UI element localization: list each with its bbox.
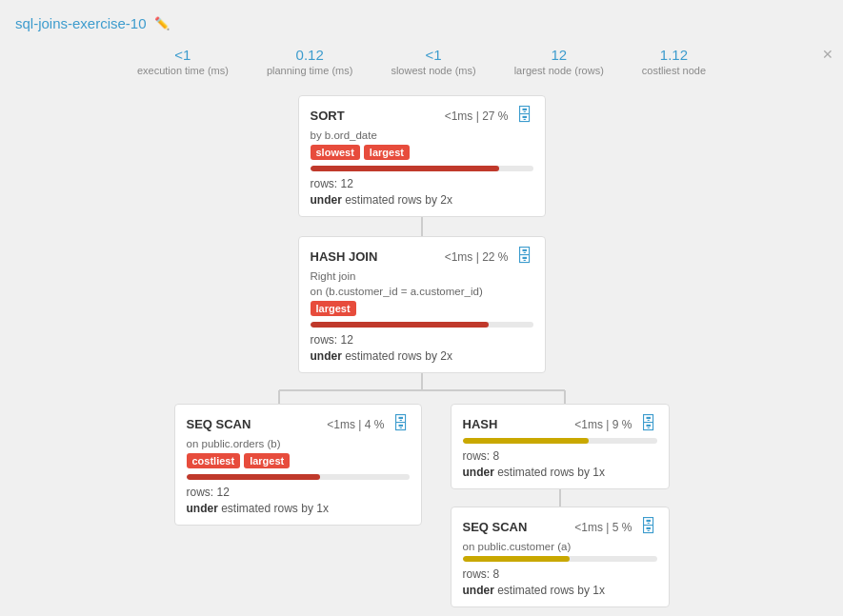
hashjoin-db-icon: 🗄 [516, 247, 533, 267]
hashjoin-subtitle1: Right join [311, 270, 533, 282]
seqscan-node: SEQ SCAN <1ms | 4 % 🗄 on public.orders (… [174, 404, 422, 526]
hashjoin-node: HASH JOIN <1ms | 22 % 🗄 Right join on (b… [298, 236, 546, 373]
stat-label-costliest: costliest node [642, 65, 706, 76]
right-sub-nodes: HASH <1ms | 9 % 🗄 rows: 8 under estimate… [451, 404, 670, 607]
seqscan2-subtitle: on public.customer (a) [463, 541, 657, 552]
seqscan-badge-row: costliest largest [187, 453, 410, 468]
seqscan2-progress-container [463, 556, 657, 562]
bottom-row: SEQ SCAN <1ms | 4 % 🗄 on public.orders (… [174, 404, 670, 607]
seqscan2-timing: <1ms | 5 % [574, 521, 632, 534]
seqscan-progress-fill [187, 474, 320, 480]
stat-label-planning: planning time (ms) [267, 65, 352, 76]
hash-progress-fill [463, 438, 590, 444]
stat-value-execution: <1 [174, 47, 191, 63]
seqscan-rows: rows: 12 [187, 486, 410, 499]
seqscan2-rows: rows: 8 [463, 567, 657, 581]
sort-underest: under estimated rows by 2x [311, 193, 533, 207]
seqscan-underest: under estimated rows by 1x [187, 502, 410, 515]
main-container: sql-joins-exercise-10 ✏️ <1 execution ti… [0, 0, 843, 616]
hashjoin-rows: rows: 12 [311, 333, 533, 347]
seqscan2-progress-fill [463, 556, 570, 562]
seqscan2-node: SEQ SCAN <1ms | 5 % 🗄 on public.customer… [451, 507, 670, 607]
connector-sort-hashjoin [421, 217, 423, 236]
stat-value-slowest: <1 [425, 47, 441, 63]
close-button[interactable]: ✕ [822, 47, 833, 62]
seqscan-progress-container [187, 474, 410, 480]
stat-planning-time: 0.12 planning time (ms) [267, 47, 352, 76]
sort-rows: rows: 12 [311, 177, 533, 190]
sort-progress-fill [311, 166, 500, 171]
stat-value-planning: 0.12 [296, 47, 324, 63]
seqscan2-db-icon: 🗄 [640, 517, 657, 537]
hash-db-icon: 🗄 [640, 414, 657, 434]
stat-slowest-node: <1 slowest node (ms) [391, 47, 475, 76]
hashjoin-header: HASH JOIN <1ms | 22 % 🗄 [311, 247, 533, 267]
sort-progress-container [311, 166, 533, 171]
hash-progress-container [463, 438, 657, 444]
plan-area: SORT <1ms | 27 % 🗄 by b.ord_date slowest… [0, 86, 843, 616]
seqscan-header: SEQ SCAN <1ms | 4 % 🗄 [187, 414, 410, 434]
stat-label-largest: largest node (rows) [514, 65, 604, 76]
sort-db-icon: 🗄 [516, 106, 533, 126]
sort-title: SORT [311, 109, 345, 123]
seqscan-timing: <1ms | 4 % [327, 418, 384, 431]
edit-icon[interactable]: ✏️ [154, 16, 170, 30]
hash-title: HASH [463, 417, 498, 431]
stat-value-largest: 12 [551, 47, 567, 63]
header: sql-joins-exercise-10 ✏️ [0, 10, 843, 41]
hash-rows: rows: 8 [463, 449, 657, 463]
sort-node-header: SORT <1ms | 27 % 🗄 [311, 106, 533, 126]
hashjoin-badge-row: largest [311, 301, 533, 316]
hash-underest: under estimated rows by 1x [463, 466, 657, 479]
hashjoin-progress-container [311, 322, 533, 328]
stat-execution-time: <1 execution time (ms) [137, 47, 229, 76]
page-title: sql-joins-exercise-10 [15, 15, 147, 31]
split-connector [155, 373, 689, 404]
seqscan-db-icon: 🗄 [392, 414, 410, 434]
seqscan2-header: SEQ SCAN <1ms | 5 % 🗄 [463, 517, 657, 537]
sort-node: SORT <1ms | 27 % 🗄 by b.ord_date slowest… [298, 95, 546, 217]
stat-label-slowest: slowest node (ms) [391, 65, 475, 76]
seqscan-title: SEQ SCAN [187, 417, 251, 431]
hash-timing: <1ms | 9 % [574, 418, 632, 431]
sort-badge-row: slowest largest [311, 145, 533, 160]
hashjoin-subtitle2: on (b.customer_id = a.customer_id) [311, 286, 533, 297]
stat-label-execution: execution time (ms) [137, 65, 229, 76]
stats-bar: <1 execution time (ms) 0.12 planning tim… [0, 41, 843, 86]
connector-svg [155, 373, 689, 404]
stat-value-costliest: 1.12 [660, 47, 688, 63]
sort-badge-largest: largest [364, 145, 410, 160]
seqscan-badge-largest: largest [244, 453, 290, 468]
seqscan-badge-costliest: costliest [187, 453, 241, 468]
sort-timing: <1ms | 27 % [445, 109, 509, 123]
sort-badge-slowest: slowest [311, 145, 360, 160]
hashjoin-timing: <1ms | 22 % [445, 250, 509, 264]
hash-node: HASH <1ms | 9 % 🗄 rows: 8 under estimate… [451, 404, 670, 489]
tree-wrapper: SORT <1ms | 27 % 🗄 by b.ord_date slowest… [19, 95, 824, 607]
sort-subtitle: by b.ord_date [311, 129, 533, 141]
seqscan-subtitle: on public.orders (b) [187, 438, 410, 449]
connector-hash-seqscan2 [559, 489, 561, 507]
hashjoin-underest: under estimated rows by 2x [311, 349, 533, 363]
hashjoin-badge-largest: largest [311, 301, 356, 316]
stat-largest-node: 12 largest node (rows) [514, 47, 604, 76]
stat-costliest-node: 1.12 costliest node [642, 47, 706, 76]
seqscan2-title: SEQ SCAN [463, 520, 528, 534]
hash-header: HASH <1ms | 9 % 🗄 [463, 414, 657, 434]
seqscan2-underest: under estimated rows by 1x [463, 584, 657, 597]
hashjoin-title: HASH JOIN [311, 249, 378, 264]
hashjoin-progress-fill [311, 322, 489, 328]
